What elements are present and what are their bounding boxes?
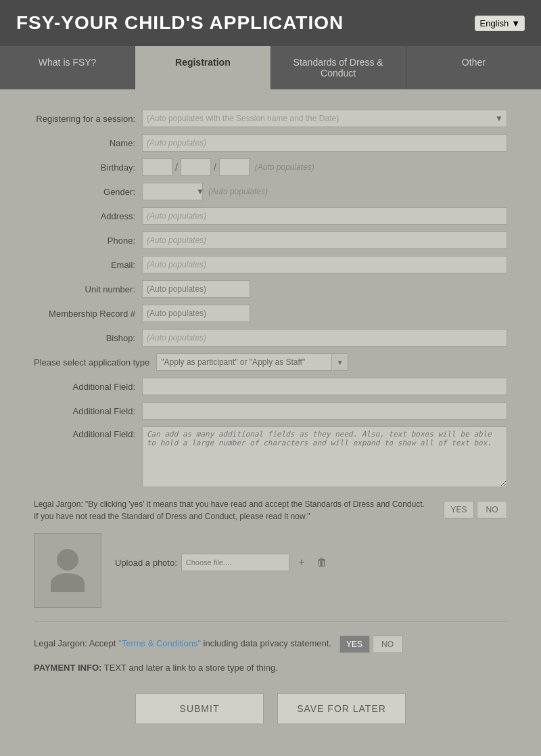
birthday-month[interactable] [142,158,172,176]
bottom-legal-section: Legal Jargon: Accept "Terms & Conditions… [34,636,507,653]
name-label: Name: [34,138,142,148]
gender-label: Gender: [34,187,142,197]
app-type-select[interactable]: "Apply as participant" or "Apply as Staf… [156,353,332,371]
gender-note: (Auto populates) [208,187,268,196]
phone-label: Phone: [34,236,142,246]
legal-section-1: Legal Jargon: "By clicking 'yes' it mean… [34,498,507,522]
session-select-wrapper: (Auto populates with the Session name an… [142,110,507,127]
birthday-sep-1: / [174,162,179,173]
app-type-wrapper: "Apply as participant" or "Apply as Staf… [156,353,507,371]
app-type-row: Please select application type "Apply as… [34,353,507,371]
name-input[interactable] [142,134,507,152]
bottom-legal-prefix: Legal Jargon: Accept [34,638,118,648]
upload-controls: Upload a photo: + 🗑 [115,533,330,571]
save-for-later-button[interactable]: SAVE FOR LATER [277,693,406,724]
bottom-legal-suffix: including data privacy statement. [204,638,331,648]
unit-input[interactable] [142,280,250,298]
additional-field-1-row: Additional Field: [34,378,507,395]
payment-text: TEXT and later a link to a store type of… [104,663,278,673]
main-content: Registering for a session: (Auto populat… [0,89,541,751]
avatar-head [57,549,78,571]
membership-input[interactable] [142,305,250,322]
language-selector[interactable]: English ▼ [475,16,525,31]
bishop-label: Bishop: [34,333,142,343]
additional-field-2-row: Additional Field: [34,402,507,420]
upload-label: Upload a photo: [115,558,177,568]
birthday-day[interactable] [181,158,211,176]
session-row: Registering for a session: (Auto populat… [34,110,507,127]
language-arrow-icon: ▼ [511,18,520,28]
name-row: Name: [34,134,507,152]
address-label: Address: [34,211,142,221]
gender-row: Gender: ▼ (Auto populates) [34,183,507,200]
additional-field-1-label: Additional Field: [34,382,142,392]
additional-field-3-label: Additional Field: [34,426,142,439]
tab-other[interactable]: Other [406,46,541,89]
birthday-year[interactable] [219,158,250,176]
unit-row: Unit number: [34,280,507,298]
membership-row: Membership Record # [34,305,507,322]
submit-button[interactable]: SUBMIT [135,693,264,724]
app-type-label: Please select application type [34,357,156,368]
photo-placeholder [34,533,101,608]
email-input[interactable] [142,256,507,273]
email-row: Email: [34,256,507,273]
payment-label: PAYMENT INFO: [34,663,101,673]
app-type-arrow-icon: ▼ [332,353,348,371]
birthday-inputs: / / [142,158,250,176]
legal-yes-button[interactable]: YES [444,501,474,518]
gender-select[interactable] [142,183,203,200]
gender-select-wrapper: ▼ (Auto populates) [142,183,268,200]
additional-field-3-row: Additional Field: [34,426,507,487]
birthday-note: (Auto populates) [255,162,314,172]
address-row: Address: [34,207,507,225]
tab-what-is-fsy[interactable]: What is FSY? [0,46,135,89]
avatar-body [51,573,85,592]
terms-no-button[interactable]: NO [373,636,403,653]
bishop-input[interactable] [142,329,507,347]
email-label: Email: [34,260,142,270]
phone-input[interactable] [142,231,507,249]
legal-no-button[interactable]: NO [477,501,507,518]
legal-text-1: Legal Jargon: "By clicking 'yes' it mean… [34,498,430,522]
legal-yes-no: YES NO [444,501,507,518]
session-select[interactable]: (Auto populates with the Session name an… [142,110,507,127]
terms-conditions-link[interactable]: "Terms & Conditions" [118,638,201,648]
divider [34,621,507,622]
add-photo-button[interactable]: + [293,554,310,571]
file-input[interactable] [181,554,289,571]
app-header: FSY-YOUR CHILD'S APPLICATION English ▼ [0,0,541,46]
payment-info: PAYMENT INFO: TEXT and later a link to a… [34,663,507,673]
address-input[interactable] [142,207,507,225]
language-label: English [479,18,509,28]
phone-row: Phone: [34,231,507,249]
nav-tabs: What is FSY? Registration Standards of D… [0,46,541,89]
birthday-sep-2: / [212,162,218,173]
bishop-row: Bishop: [34,329,507,347]
birthday-label: Birthday: [34,162,142,173]
app-title: FSY-YOUR CHILD'S APPLICATION [16,12,344,34]
additional-field-3-textarea[interactable] [142,426,507,487]
additional-field-2-label: Additional Field: [34,406,142,416]
terms-yes-no: YES NO [339,636,403,653]
delete-photo-button[interactable]: 🗑 [314,554,330,571]
submit-row: SUBMIT SAVE FOR LATER [34,693,507,724]
terms-yes-button[interactable]: YES [339,636,370,653]
membership-label: Membership Record # [34,309,142,319]
additional-field-1-input[interactable] [142,378,507,395]
birthday-row: Birthday: / / (Auto populates) [34,158,507,176]
photo-section: Upload a photo: + 🗑 [34,533,507,608]
tab-registration[interactable]: Registration [135,46,270,89]
additional-field-2-input[interactable] [142,402,507,420]
upload-row: Upload a photo: + 🗑 [115,554,330,571]
tab-standards[interactable]: Standards of Dress & Conduct [271,46,406,89]
unit-label: Unit number: [34,284,142,294]
session-label: Registering for a session: [34,114,142,124]
